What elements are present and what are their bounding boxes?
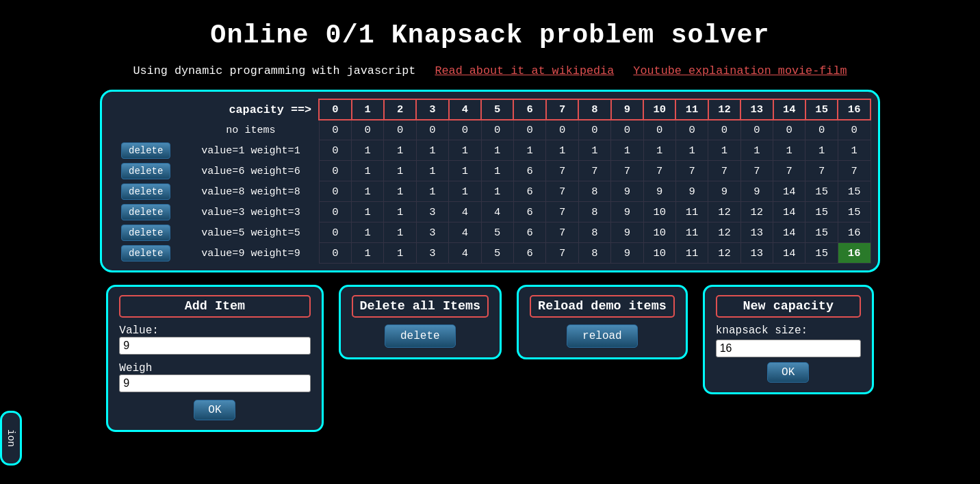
dp-cell: 1 xyxy=(449,181,481,202)
dp-cell: 0 xyxy=(449,120,481,140)
dp-cell: 15 xyxy=(805,222,838,243)
dp-cell: 7 xyxy=(773,161,805,181)
row-label: value=9 weight=9 xyxy=(183,243,319,264)
add-item-ok-button[interactable]: OK xyxy=(194,400,235,420)
delete-row-button[interactable]: delete xyxy=(121,225,170,241)
dp-cell: 1 xyxy=(384,243,416,264)
table-row: deletevalue=6 weight=601111167777777777 xyxy=(109,161,871,181)
dp-cell: 0 xyxy=(546,120,578,140)
dp-cell: 0 xyxy=(319,222,351,243)
capacity-col-2: 2 xyxy=(384,99,416,120)
dp-cell: 8 xyxy=(578,181,610,202)
new-capacity-panel: New capacity knapsack size: OK xyxy=(703,285,874,394)
delete-row-button[interactable]: delete xyxy=(121,163,170,179)
dp-cell: 15 xyxy=(805,202,838,222)
dp-cell: 15 xyxy=(838,202,871,222)
dp-cell: 1 xyxy=(708,140,740,161)
dp-cell: 1 xyxy=(416,140,448,161)
capacity-col-4: 4 xyxy=(449,99,481,120)
dp-cell: 4 xyxy=(449,243,481,264)
weight-label: Weigh xyxy=(119,362,310,397)
capacity-col-5: 5 xyxy=(481,99,513,120)
dp-cell: 14 xyxy=(773,222,805,243)
dp-cell: 0 xyxy=(319,202,351,222)
dp-cell: 15 xyxy=(838,181,871,202)
dp-cell: 1 xyxy=(838,140,871,161)
dp-cell: 6 xyxy=(513,202,545,222)
delete-all-panel: Delete all Items delete xyxy=(339,285,502,359)
dp-cell: 15 xyxy=(805,243,838,264)
capacity-col-15: 15 xyxy=(805,99,838,120)
dp-cell: 7 xyxy=(838,161,871,181)
dp-cell: 1 xyxy=(481,181,513,202)
weight-input[interactable] xyxy=(119,374,310,392)
dp-cell: 1 xyxy=(805,140,838,161)
dp-cell: 0 xyxy=(416,120,448,140)
capacity-col-3: 3 xyxy=(416,99,448,120)
dp-cell: 7 xyxy=(546,243,578,264)
dp-cell: 1 xyxy=(352,181,384,202)
dp-cell: 0 xyxy=(319,161,351,181)
delete-row-button[interactable]: delete xyxy=(121,204,170,220)
capacity-col-8: 8 xyxy=(578,99,610,120)
dp-cell: 0 xyxy=(319,181,351,202)
dp-cell: 16 xyxy=(838,243,871,264)
row-label: value=6 weight=6 xyxy=(183,161,319,181)
capacity-input[interactable] xyxy=(716,340,861,357)
reload-button[interactable]: reload xyxy=(567,324,638,348)
dp-cell: 8 xyxy=(578,202,610,222)
delete-row-button[interactable]: delete xyxy=(121,245,170,262)
row-label: value=3 weight=3 xyxy=(183,202,319,222)
new-capacity-ok-button[interactable]: OK xyxy=(767,362,809,383)
capacity-col-11: 11 xyxy=(675,99,708,120)
dp-table-panel: capacity ==>012345678910111213141516 no … xyxy=(100,90,880,272)
dp-cell: 0 xyxy=(611,120,643,140)
dp-cell: 10 xyxy=(643,222,675,243)
dp-cell: 9 xyxy=(611,202,643,222)
delete-all-button[interactable]: delete xyxy=(385,324,456,348)
capacity-col-12: 12 xyxy=(708,99,740,120)
row-label: value=1 weight=1 xyxy=(183,140,319,161)
dp-cell: 7 xyxy=(546,202,578,222)
dp-cell: 1 xyxy=(449,140,481,161)
dp-cell: 0 xyxy=(643,120,675,140)
dp-cell: 6 xyxy=(513,181,545,202)
dp-cell: 9 xyxy=(611,243,643,264)
dp-cell: 7 xyxy=(546,222,578,243)
dp-cell: 3 xyxy=(416,202,448,222)
dp-cell: 3 xyxy=(416,222,448,243)
dp-cell: 5 xyxy=(481,243,513,264)
capacity-col-7: 7 xyxy=(546,99,578,120)
dp-cell: 7 xyxy=(740,161,773,181)
dp-cell: 10 xyxy=(643,202,675,222)
delete-all-title: Delete all Items xyxy=(352,295,489,318)
dp-cell: 1 xyxy=(546,140,578,161)
dp-cell: 8 xyxy=(578,222,610,243)
dp-cell: 7 xyxy=(675,161,708,181)
subtitle-bar: Using dynamic programming with javascrip… xyxy=(0,64,980,77)
row-label: value=8 weight=8 xyxy=(183,181,319,202)
dp-cell: 0 xyxy=(319,140,351,161)
dp-cell: 11 xyxy=(675,202,708,222)
table-row: no items00000000000000000 xyxy=(109,120,871,140)
dp-cell: 0 xyxy=(481,120,513,140)
dp-cell: 12 xyxy=(708,222,740,243)
dp-cell: 4 xyxy=(449,222,481,243)
capacity-col-14: 14 xyxy=(773,99,805,120)
dp-cell: 1 xyxy=(416,181,448,202)
reload-title: Reload demo items xyxy=(530,295,675,318)
capacity-col-10: 10 xyxy=(643,99,675,120)
youtube-link[interactable]: Youtube explaination movie-film xyxy=(633,64,847,77)
capacity-col-1: 1 xyxy=(352,99,384,120)
delete-row-button[interactable]: delete xyxy=(121,142,170,159)
dp-cell: 1 xyxy=(773,140,805,161)
add-item-title: Add Item xyxy=(119,295,310,318)
dp-cell: 0 xyxy=(805,120,838,140)
dp-cell: 1 xyxy=(643,140,675,161)
wikipedia-link[interactable]: Read about it at wikipedia xyxy=(435,64,614,77)
dp-cell: 0 xyxy=(708,120,740,140)
delete-row-button[interactable]: delete xyxy=(121,183,170,200)
dp-cell: 0 xyxy=(352,120,384,140)
value-input[interactable] xyxy=(119,337,310,355)
dp-cell: 13 xyxy=(740,243,773,264)
